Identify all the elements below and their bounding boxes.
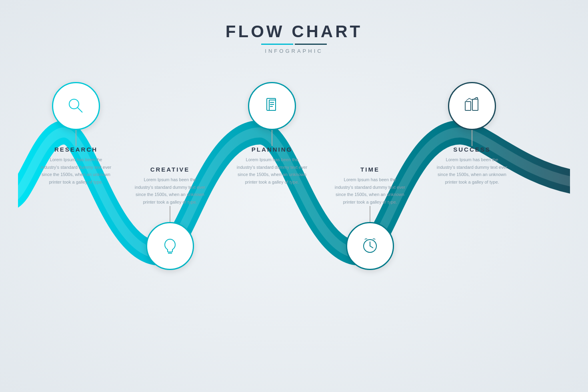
label-creative: CREATIVE Lorem Ipsum has been the indust…	[134, 166, 206, 206]
svg-point-0	[69, 99, 79, 109]
lightbulb-icon	[160, 236, 180, 256]
step-research: RESEARCH Lorem Ipsum has been the indust…	[40, 82, 112, 186]
connector-3	[272, 130, 272, 146]
label-planning: PLANNING Lorem Ipsum has been the indust…	[236, 146, 308, 186]
circle-planning	[248, 82, 296, 130]
label-success: SUCCESS Lorem Ipsum has been the industr…	[436, 146, 508, 186]
circle-creative	[146, 222, 194, 270]
flow-chart: RESEARCH Lorem Ipsum has been the indust…	[18, 82, 570, 314]
underline-dark	[295, 44, 327, 45]
circle-research	[52, 82, 100, 130]
label-research: RESEARCH Lorem Ipsum has been the indust…	[40, 146, 112, 186]
connector-1	[76, 130, 76, 146]
svg-rect-4	[269, 100, 276, 110]
page-subtitle: INFOGRAPHIC	[226, 48, 362, 54]
page-title: FLOW CHART	[226, 22, 362, 41]
document-icon	[262, 96, 282, 116]
svg-rect-9	[465, 102, 471, 110]
connector-2	[170, 206, 170, 222]
title-underline	[250, 44, 338, 45]
step-time: TIME Lorem Ipsum has been the industry's…	[334, 166, 406, 270]
circle-time	[346, 222, 394, 270]
label-time: TIME Lorem Ipsum has been the industry's…	[334, 166, 406, 206]
search-icon	[66, 96, 86, 116]
step-success: SUCCESS Lorem Ipsum has been the industr…	[436, 82, 508, 186]
page-header: FLOW CHART INFOGRAPHIC	[226, 22, 362, 54]
svg-line-1	[78, 108, 82, 112]
circle-success	[448, 82, 496, 130]
step-creative: CREATIVE Lorem Ipsum has been the indust…	[134, 166, 206, 270]
connector-5	[472, 130, 472, 146]
clock-icon	[360, 236, 380, 256]
chart-icon	[462, 96, 482, 116]
underline-teal	[261, 44, 293, 45]
svg-rect-10	[472, 99, 478, 110]
connector-4	[370, 206, 370, 222]
step-planning: PLANNING Lorem Ipsum has been the indust…	[236, 82, 308, 186]
